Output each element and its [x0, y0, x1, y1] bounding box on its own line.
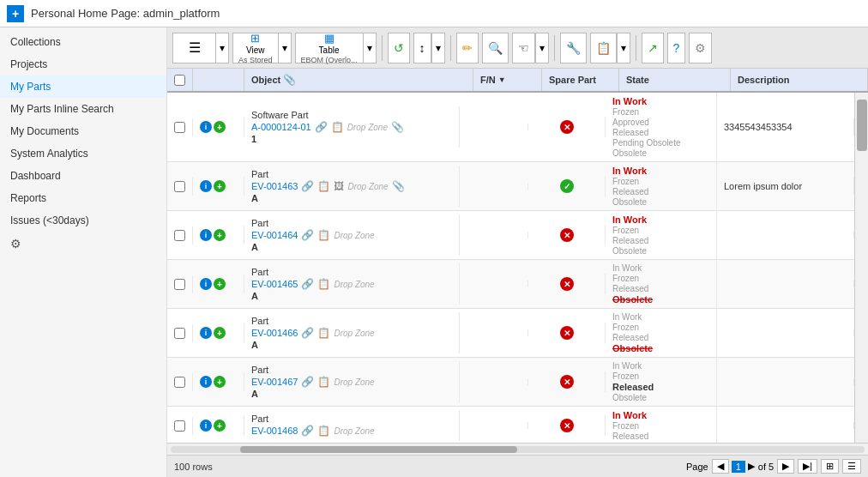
sort-dropdown[interactable]: ▾ [431, 33, 445, 63]
sidebar-item-dashboard[interactable]: Dashboard [0, 165, 166, 187]
vertical-scrollbar[interactable] [854, 93, 868, 443]
row5-link[interactable]: EV-001466 [251, 328, 298, 338]
page-of-label: of 5 [758, 462, 774, 472]
add-icon[interactable]: + [214, 180, 226, 192]
row2-check[interactable] [167, 178, 193, 196]
row2-dropzone: Drop Zone [347, 182, 388, 191]
row5-link-icon[interactable]: 🔗 [301, 327, 314, 339]
row5-check[interactable] [167, 324, 193, 342]
sidebar-item-analytics[interactable]: System Analytics [0, 142, 166, 165]
sidebar-item-myparts-inline[interactable]: My Parts Inline Search [0, 98, 166, 120]
row1-link-icon[interactable]: 🔗 [315, 121, 328, 133]
sort-button[interactable]: ↕ [413, 33, 431, 63]
row4-link[interactable]: EV-001465 [251, 279, 298, 289]
row4-copy-icon[interactable]: 📋 [317, 278, 330, 290]
h-scroll-thumb[interactable] [240, 446, 518, 453]
list-view-btn[interactable]: ☰ [842, 459, 861, 474]
add-icon[interactable]: + [214, 327, 226, 339]
wrench-button[interactable]: 🔧 [560, 33, 587, 63]
row5-copy-icon[interactable]: 📋 [317, 327, 330, 339]
view-button[interactable]: ⊞ View As Stored [232, 33, 278, 63]
refresh-button[interactable]: ↺ [388, 33, 410, 63]
row3-type: Part [251, 218, 268, 228]
select-all-checkbox[interactable] [174, 75, 185, 86]
info-icon[interactable]: i [200, 420, 212, 432]
actions-dropdown[interactable]: ▾ [215, 33, 229, 63]
h-scroll-track[interactable] [171, 446, 865, 453]
row2-type: Part [251, 169, 268, 179]
row2-link[interactable]: EV-001463 [251, 181, 298, 191]
row7-link[interactable]: EV-001468 [251, 426, 298, 436]
spare-no-icon: ✕ [560, 120, 574, 134]
sidebar-item-myparts[interactable]: My Parts [0, 75, 166, 98]
row4-check[interactable] [167, 275, 193, 293]
view-label: View [246, 45, 265, 55]
table-dropdown[interactable]: ▾ [363, 33, 377, 63]
sidebar-settings[interactable]: ⚙ [0, 232, 166, 256]
add-button[interactable]: + [7, 5, 24, 22]
page-next-btn[interactable]: ▶ [777, 459, 794, 474]
row2-attach-icon[interactable]: 📎 [392, 180, 405, 192]
edit-button[interactable]: ✏ [456, 33, 479, 63]
export-button[interactable]: ↗ [642, 33, 664, 63]
scrollbar-thumb[interactable] [857, 100, 867, 151]
sidebar-item-projects[interactable]: Projects [0, 53, 166, 75]
info-icon[interactable]: i [200, 278, 212, 290]
info-icon[interactable]: i [200, 327, 212, 339]
row7-object: Part EV-001468 🔗 📋 Drop Zone [244, 410, 460, 441]
sidebar-item-issues[interactable]: Issues (<30days) [0, 209, 166, 232]
sidebar-item-mydocs[interactable]: My Documents [0, 120, 166, 142]
page-prev-btn[interactable]: ◀ [712, 459, 729, 474]
add-icon[interactable]: + [214, 278, 226, 290]
add-icon[interactable]: + [214, 420, 226, 432]
row6-check[interactable] [167, 373, 193, 391]
row3-link-icon[interactable]: 🔗 [301, 229, 314, 241]
select-button[interactable]: ☜ [512, 33, 535, 63]
info-icon[interactable]: i [200, 376, 212, 388]
row7-link-icon[interactable]: 🔗 [301, 425, 314, 437]
gear-icon[interactable]: ⚙ [10, 237, 21, 251]
row7-check[interactable] [167, 417, 193, 435]
help-button[interactable]: ? [667, 33, 686, 63]
row6-link[interactable]: EV-001467 [251, 377, 298, 387]
row4-link-icon[interactable]: 🔗 [301, 278, 314, 290]
add-icon[interactable]: + [214, 121, 226, 133]
clipboard-dropdown[interactable]: ▾ [617, 33, 630, 63]
row3-link[interactable]: EV-001464 [251, 230, 298, 240]
row4-spare: ✕ [528, 274, 606, 294]
select-dropdown[interactable]: ▾ [535, 33, 549, 63]
search-button[interactable]: 🔍 [482, 33, 509, 63]
add-icon[interactable]: + [214, 376, 226, 388]
add-icon[interactable]: + [214, 229, 226, 241]
settings-button[interactable]: ⚙ [689, 33, 712, 63]
page-last-btn[interactable]: ▶| [798, 459, 817, 474]
table-button[interactable]: ▦ Table EBOM (Overlo... [295, 33, 363, 63]
row2-copy-icon[interactable]: 📋 [317, 180, 330, 192]
page-of: ▶ [748, 461, 755, 472]
row3-copy-icon[interactable]: 📋 [317, 229, 330, 241]
sidebar-item-collections[interactable]: Collections [0, 31, 166, 53]
info-icon[interactable]: i [200, 180, 212, 192]
row2-desc: Lorem ipsum dolor [717, 178, 854, 195]
row1-copy-icon[interactable]: 📋 [331, 121, 344, 133]
row3-state: In Work Frozen Released Obsolete [606, 211, 717, 259]
table-scroll[interactable]: i + Software Part A-0000124-01 🔗 📋 Drop … [167, 93, 854, 443]
info-icon[interactable]: i [200, 229, 212, 241]
horizontal-scrollbar[interactable] [167, 443, 868, 455]
col-fn[interactable]: F/N ▼ [473, 69, 542, 91]
row6-link-icon[interactable]: 🔗 [301, 376, 314, 388]
row1-attach-icon[interactable]: 📎 [391, 121, 404, 133]
row6-state: In Work Frozen Released Obsolete [606, 358, 717, 406]
grid-view-btn[interactable]: ⊞ [821, 459, 839, 474]
row6-copy-icon[interactable]: 📋 [317, 376, 330, 388]
info-icon[interactable]: i [200, 121, 212, 133]
row1-check[interactable] [167, 118, 193, 136]
actions-button[interactable]: ☰ [172, 33, 215, 63]
row3-check[interactable] [167, 226, 193, 245]
view-dropdown[interactable]: ▾ [278, 33, 292, 63]
sidebar-item-reports[interactable]: Reports [0, 187, 166, 209]
row7-copy-icon[interactable]: 📋 [317, 425, 330, 437]
row2-link-icon[interactable]: 🔗 [301, 180, 314, 192]
row1-link[interactable]: A-0000124-01 [251, 122, 311, 132]
clipboard-button[interactable]: 📋 [590, 33, 617, 63]
